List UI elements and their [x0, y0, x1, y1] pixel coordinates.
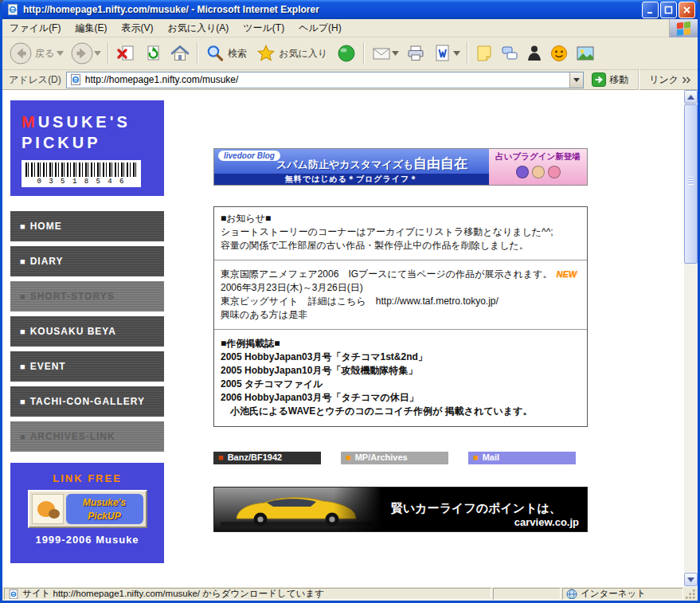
forward-icon	[70, 41, 94, 65]
bullet-icon: ■	[218, 452, 224, 462]
carview-headline: 賢いカーライフのポイントは、	[391, 501, 561, 516]
home-button[interactable]	[167, 41, 193, 65]
linkfree-banner[interactable]: Musuke's PickUP	[28, 490, 147, 528]
sidebar-item-home[interactable]: ■ HOME	[10, 211, 164, 241]
search-button[interactable]: 検索	[202, 41, 252, 65]
banz-bf1942-link[interactable]: ■Banz/BF1942	[213, 452, 321, 464]
status-page-icon	[8, 589, 19, 600]
web-page: MUSUKE'S PICKUP 0 3 5 1 8 5 4 6 ■ HOME ■	[2, 90, 684, 586]
bullet-icon: ■	[20, 221, 26, 231]
status-message: サイト http://homepage1.nifty.com/musuke/ か…	[22, 588, 324, 600]
address-dropdown-button[interactable]	[569, 72, 583, 88]
bullet-icon: ■	[473, 452, 479, 462]
notes-button[interactable]	[472, 42, 496, 65]
sidebar-item-diary[interactable]: ■ DIARY	[10, 246, 164, 276]
title-bar: http://homepage1.nifty.com/musuke/ - Mic…	[2, 0, 698, 19]
menu-edit[interactable]: 編集(E)	[68, 19, 114, 37]
close-button[interactable]	[678, 2, 695, 18]
mail-button[interactable]	[369, 41, 401, 65]
maximize-button[interactable]	[660, 2, 677, 18]
magazine-heading: ■作例掲載誌■	[221, 337, 581, 350]
forward-button[interactable]	[68, 40, 104, 67]
back-label: 戻る	[35, 47, 54, 61]
scrollbar-thumb[interactable]	[684, 104, 698, 264]
address-input[interactable]: http://homepage1.nifty.com/musuke/	[66, 72, 584, 88]
barcode-bars	[25, 162, 137, 177]
print-button[interactable]	[403, 41, 428, 65]
livedoor-ad-banner[interactable]: livedoor Blog スパム防止やカスタマイズも自由自在 無料ではじめる＊…	[213, 148, 588, 186]
edit-with-word-button[interactable]	[430, 41, 463, 65]
search-label: 検索	[228, 47, 247, 61]
character-face-icon	[548, 166, 561, 178]
mp-archives-link[interactable]: ■MP/Archives	[341, 452, 448, 464]
logo-line-2: PICKUP	[22, 132, 164, 153]
smiley-button[interactable]	[547, 42, 571, 65]
menu-view[interactable]: 表示(V)	[114, 19, 160, 37]
sidebar-item-tachi-con-gallery[interactable]: ■ TACHI-CON-GALLERY	[10, 386, 164, 417]
go-button[interactable]: 移動	[589, 72, 632, 88]
sidebar-item-short-storys: ■ SHORT-STORYS	[10, 281, 164, 311]
favorites-button[interactable]: お気に入り	[253, 41, 332, 65]
link-button-row: ■Banz/BF1942 ■MP/Archives ■Mail	[213, 452, 588, 464]
logo-line-1: MUSUKE'S	[22, 112, 164, 132]
main-content: livedoor Blog スパム防止やカスタマイズも自由自在 無料ではじめる＊…	[213, 90, 588, 532]
links-button[interactable]: リンク	[643, 73, 694, 87]
back-button[interactable]: 戻る	[6, 40, 66, 67]
sidebar-item-event[interactable]: ■ EVENT	[10, 351, 164, 382]
vertical-scrollbar[interactable]	[684, 90, 698, 586]
character-face-icon	[532, 166, 545, 178]
messenger-button[interactable]	[523, 42, 546, 65]
go-label: 移動	[609, 73, 628, 87]
linkfree-box: LINK FREE Musuke's PickUP 1999-2006 Musu…	[10, 463, 164, 563]
uranai-plugin-text: 占いプラグイン新登場	[489, 149, 587, 162]
bullet-icon: ■	[20, 397, 26, 406]
toolbar-separator	[363, 42, 365, 65]
discuss-icon	[500, 44, 519, 63]
sidebar-item-kousaku-beya[interactable]: ■ KOUSAKU BEYA	[10, 316, 164, 347]
address-bar: アドレス(D) http://homepage1.nifty.com/musuk…	[2, 70, 698, 90]
resize-grip-icon[interactable]	[685, 588, 696, 600]
discuss-button[interactable]	[498, 42, 522, 65]
bullet-icon: ■	[20, 432, 26, 441]
browser-viewport: MUSUKE'S PICKUP 0 3 5 1 8 5 4 6 ■ HOME ■	[2, 90, 698, 586]
menu-file[interactable]: ファイル(F)	[2, 19, 68, 37]
divider	[214, 329, 587, 330]
arrow-down-icon	[687, 578, 694, 582]
media-button[interactable]	[334, 41, 359, 65]
globe-icon	[566, 589, 577, 600]
home-icon	[170, 43, 190, 64]
stop-button[interactable]	[113, 41, 139, 65]
scroll-up-button[interactable]	[684, 90, 698, 104]
menu-favorites[interactable]: お気に入り(A)	[160, 19, 236, 37]
character-face-icon	[516, 166, 529, 178]
mail-link[interactable]: ■Mail	[468, 452, 576, 464]
search-icon	[205, 43, 225, 64]
address-url: http://homepage1.nifty.com/musuke/	[85, 74, 569, 85]
livedoor-headline: スパム防止やカスタマイズも自由自在	[276, 155, 467, 173]
windows-flag-icon	[676, 21, 691, 36]
carview-ad-banner[interactable]: 賢いカーライフのポイントは、 carview.co.jp	[213, 487, 588, 532]
smiley-icon	[549, 44, 569, 63]
bullet-icon: ■	[20, 362, 26, 371]
word-icon	[432, 43, 453, 64]
minimize-button[interactable]	[642, 2, 659, 18]
banner-text: Musuke's PickUP	[66, 494, 143, 524]
thumb-grip-icon	[688, 177, 694, 185]
sidebar-nav: ■ HOME ■ DIARY ■ SHORT-STORYS ■ KOUSAKU …	[10, 211, 164, 452]
menu-bar: ファイル(F) 編集(E) 表示(V) お気に入り(A) ツール(T) ヘルプ(…	[2, 19, 698, 37]
menu-help[interactable]: ヘルプ(H)	[291, 19, 349, 37]
notice-heading: ■お知らせ■	[221, 212, 581, 225]
status-message-pane: サイト http://homepage1.nifty.com/musuke/ か…	[4, 588, 491, 600]
menu-tools[interactable]: ツール(T)	[236, 19, 291, 37]
browser-window: http://homepage1.nifty.com/musuke/ - Mic…	[0, 0, 700, 603]
status-empty-pane	[493, 588, 561, 600]
messenger-person-icon	[526, 44, 543, 63]
refresh-button[interactable]	[140, 41, 166, 65]
scroll-down-button[interactable]	[684, 573, 698, 586]
photo-button[interactable]	[573, 42, 598, 65]
barcode-digits: 0 3 5 1 8 5 4 6	[25, 178, 137, 186]
favorites-label: お気に入り	[279, 47, 327, 61]
back-dropdown-icon	[57, 51, 64, 56]
livedoor-logo: livedoor Blog	[218, 151, 280, 161]
chevron-down-icon	[573, 78, 580, 82]
